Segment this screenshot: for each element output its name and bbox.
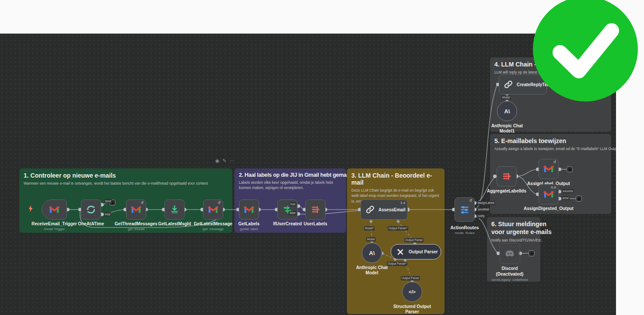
node-name: ReceiveEmail_Trigger <box>32 221 77 226</box>
success-check-overlay <box>533 0 638 102</box>
node-name: ActionRoutes <box>451 225 479 230</box>
node-output-parser[interactable]: Output Parser <box>391 244 441 259</box>
node-oneatatime[interactable] <box>81 200 101 220</box>
port-label-true: true <box>290 202 296 206</box>
anthropic-icon: A\ <box>504 108 510 115</box>
chain-icon <box>504 80 513 89</box>
port-label-output-parser: Output Parser <box>404 238 424 242</box>
node-name: (Deactivated) <box>496 272 524 276</box>
run-count-badge: 1 s <box>400 201 405 205</box>
placeholder-node[interactable] <box>567 166 573 172</box>
node-name: OneAtATime <box>78 221 104 226</box>
node-name: Anthropic Chat <box>491 123 523 128</box>
port-label-error: error <box>562 196 570 200</box>
node-name: AggregateLabelIds <box>487 189 526 193</box>
gmail-icon <box>543 163 554 175</box>
loop-badge: ↺ <box>553 160 556 164</box>
gmail-icon <box>49 204 60 215</box>
node-name: Structured Output <box>393 304 431 309</box>
placeholder-node[interactable] <box>576 196 582 202</box>
node-getlatestmessage[interactable]: ↺ <box>203 200 223 220</box>
node-name: Model1 <box>500 129 514 133</box>
node-userlabels[interactable] <box>305 200 326 220</box>
node-name: UserLabels <box>304 221 327 226</box>
node-name: GetLabels <box>238 221 259 226</box>
node-assessemail[interactable]: 1 s AssessEmail <box>360 200 408 220</box>
port-label-false: false <box>289 211 297 215</box>
node-getlatestmsgid[interactable] <box>164 200 185 220</box>
node-assignlabel-output[interactable]: ↺ <box>539 159 559 179</box>
port-label-model: Model <box>366 237 376 242</box>
sticky-toolbar: ◉ ✎ ⋯ <box>215 158 234 164</box>
node-name: Anthropic Chat <box>356 265 388 270</box>
trigger-bolt-icon <box>28 205 33 212</box>
port-label-done: done <box>104 199 112 203</box>
node-subtitle: get: thread <box>128 227 144 231</box>
port-label-sendmail: sendMail <box>477 207 490 212</box>
node-aggregatelabelids[interactable] <box>497 166 517 186</box>
count-badge: 0-9 <box>551 186 556 189</box>
wire <box>475 216 497 252</box>
node-name: GetLatestMessage <box>194 221 232 226</box>
node-name: Parser <box>405 309 419 314</box>
checkmark-icon <box>533 0 638 102</box>
loop-badge: ↺ <box>469 199 472 203</box>
loop-badge: ↺ <box>140 201 144 205</box>
node-name: Model <box>366 270 378 275</box>
gmail-icon <box>130 204 142 215</box>
code-icon: </> <box>409 289 416 294</box>
gmail-icon <box>207 204 219 215</box>
discord-icon <box>504 248 515 259</box>
node-name: GetThreadMessages <box>115 221 158 226</box>
node-name: GetLatestMsgId <box>158 221 191 226</box>
node-name: AssessEmail <box>378 207 406 212</box>
gmail-icon <box>543 189 554 200</box>
node-subtitle: get: message <box>203 227 224 231</box>
loop-badge: ↺ <box>217 201 220 205</box>
node-subtitle: Gmail Trigger <box>44 227 65 231</box>
node-receiveemail-trigger[interactable] <box>42 200 67 220</box>
node-getlabels[interactable] <box>239 200 259 220</box>
node-subtitle: sendLegacy: undefined <box>492 278 528 282</box>
node-structured-output-parser[interactable]: </> <box>402 282 422 302</box>
port-label-output-parser: Output Parser* <box>387 262 407 266</box>
wire <box>517 169 538 176</box>
node-subtitle: mode: Rules <box>455 231 475 235</box>
download-icon <box>169 204 180 215</box>
node-subtitle: getAll: label <box>240 227 258 231</box>
port-label-model: Model <box>501 95 511 100</box>
chain-icon <box>365 205 375 214</box>
node-actionroutes[interactable]: ↺ <box>455 197 475 222</box>
port-label-output-parser: Output Parser* <box>388 226 408 231</box>
port-label-loop: loop <box>104 212 111 217</box>
switch-icon <box>459 204 470 215</box>
gmail-icon <box>243 204 255 215</box>
node-anthropic-chat-model[interactable]: A\ <box>362 243 382 263</box>
node-assigndigested-output[interactable]: 0-9 <box>539 184 559 204</box>
placeholder-node[interactable] <box>528 250 535 256</box>
workflow-canvas[interactable]: 1. Controleer op nieuwe e-mails Wanneer … <box>0 33 616 315</box>
anthropic-icon: A\ <box>369 250 375 256</box>
node-anthropic-chat-model1[interactable]: A\ <box>497 101 517 121</box>
node-name: AssignDigested_Output <box>524 206 574 211</box>
loop-icon <box>85 204 97 215</box>
aggregate-icon <box>501 171 512 182</box>
options-icon[interactable]: ⋯ <box>230 158 234 164</box>
port-label-model: Model* <box>364 226 374 231</box>
fields-icon <box>310 204 321 215</box>
port-label-notify: notify <box>477 214 486 218</box>
tools-icon <box>396 247 405 257</box>
port-label-output-parser: Output Parser <box>401 276 420 280</box>
node-name: IfUserCreated <box>273 221 302 226</box>
node-name: Output Parser <box>409 249 438 254</box>
port-label-assign: assignLabels <box>477 201 495 205</box>
node-discord[interactable] <box>499 243 520 264</box>
node-getthreadmessages[interactable]: ↺ <box>126 200 146 220</box>
node-name: Discord <box>501 266 518 271</box>
palette-icon[interactable]: ◉ <box>215 158 220 164</box>
port-label-success: success <box>562 189 574 193</box>
edit-icon[interactable]: ✎ <box>223 158 227 164</box>
